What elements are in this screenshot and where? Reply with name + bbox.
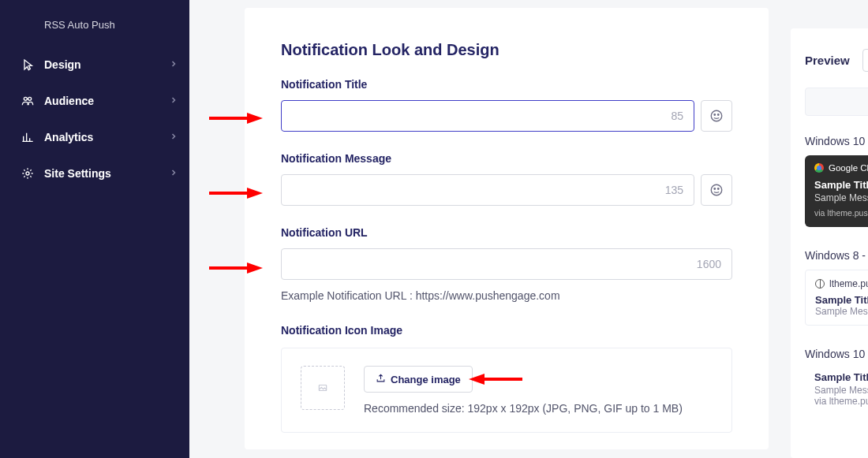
url-char-count: 1600 bbox=[697, 258, 721, 270]
globe-icon bbox=[815, 279, 825, 289]
sidebar-item-analytics[interactable]: Analytics bbox=[0, 119, 189, 155]
url-label: Notification URL bbox=[281, 226, 732, 239]
preview-sample-title: Sample Title bbox=[815, 294, 868, 306]
annotation-arrow bbox=[209, 113, 263, 124]
chrome-icon bbox=[814, 163, 824, 173]
icon-image-section: Change image Recommended size: 192px x 1… bbox=[281, 348, 732, 433]
sidebar-item-label: Design bbox=[44, 58, 169, 71]
preview-sample-title: Sample Title bbox=[814, 179, 868, 191]
preview-sample-message: Sample Messag bbox=[814, 192, 868, 203]
title-char-count: 85 bbox=[671, 110, 683, 122]
emoji-picker-button[interactable] bbox=[701, 100, 732, 132]
preview-via-text: via ltheme.pusheng bbox=[814, 396, 868, 407]
message-label: Notification Message bbox=[281, 152, 732, 165]
svg-point-3 bbox=[711, 110, 722, 121]
change-image-label: Change image bbox=[391, 374, 461, 385]
preview-sample-message: Sample Message bbox=[815, 306, 868, 317]
card-heading: Notification Look and Design bbox=[281, 41, 732, 59]
sidebar-item-label: Analytics bbox=[44, 131, 169, 143]
preview-win10-chrome-label: Windows 10 - Ch bbox=[805, 135, 868, 147]
svg-rect-9 bbox=[319, 385, 326, 391]
url-hint: Example Notification URL : https://www.p… bbox=[281, 289, 732, 302]
preview-filter-input[interactable] bbox=[805, 88, 868, 116]
sidebar-item-audience[interactable]: Audience bbox=[0, 83, 189, 119]
annotation-arrow bbox=[209, 263, 263, 274]
sidebar-item-label: Site Settings bbox=[44, 167, 169, 180]
sidebar-item-label: Audience bbox=[44, 95, 169, 107]
svg-point-1 bbox=[28, 97, 32, 100]
emoji-picker-button[interactable] bbox=[701, 174, 732, 206]
svg-point-7 bbox=[714, 188, 716, 190]
preview-title: Preview bbox=[805, 54, 850, 67]
preview-win10-firefox-label: Windows 10 - Fi bbox=[805, 348, 868, 360]
chevron-right-icon bbox=[169, 166, 178, 181]
notification-url-input[interactable] bbox=[281, 248, 732, 280]
svg-point-6 bbox=[711, 184, 722, 195]
preview-host-text: ltheme.push bbox=[829, 278, 868, 289]
svg-point-2 bbox=[26, 172, 29, 175]
chevron-right-icon bbox=[169, 58, 178, 72]
svg-point-5 bbox=[718, 114, 720, 116]
title-label: Notification Title bbox=[281, 78, 732, 91]
people-icon bbox=[21, 94, 35, 108]
chevron-right-icon bbox=[169, 94, 178, 108]
annotation-arrow bbox=[469, 374, 522, 385]
recommended-size-text: Recommended size: 192px x 192px (JPG, PN… bbox=[364, 402, 683, 415]
preview-win8-chrome-card: ltheme.push Sample Title Sample Message bbox=[805, 270, 868, 326]
sidebar-item-settings[interactable]: Site Settings bbox=[0, 155, 189, 192]
chevron-right-icon bbox=[169, 130, 178, 144]
sidebar-item-rss[interactable]: RSS Auto Push bbox=[0, 14, 189, 47]
preview-variant-a-button[interactable]: A bbox=[862, 49, 868, 72]
preview-panel: Preview A Windows 10 - Ch Google Chrom S… bbox=[791, 28, 868, 458]
main-area: Notification Look and Design Notificatio… bbox=[189, 0, 868, 458]
upload-icon bbox=[376, 373, 386, 385]
preview-via-text: via ltheme.pushengag bbox=[814, 208, 868, 218]
svg-point-4 bbox=[714, 114, 716, 116]
notification-message-input[interactable] bbox=[281, 174, 694, 206]
annotation-arrow bbox=[209, 188, 263, 199]
icon-image-label: Notification Icon Image bbox=[281, 324, 732, 337]
image-placeholder-icon bbox=[301, 366, 345, 410]
svg-point-8 bbox=[718, 188, 720, 190]
svg-point-0 bbox=[24, 97, 27, 100]
preview-win8-chrome-label: Windows 8 - Chr bbox=[805, 249, 868, 262]
cursor-icon bbox=[21, 58, 35, 72]
message-char-count: 135 bbox=[665, 184, 683, 196]
preview-sample-message: Sample Message bbox=[814, 385, 868, 396]
sidebar: RSS Auto Push Design Audience Analytics bbox=[0, 0, 189, 458]
change-image-button[interactable]: Change image bbox=[364, 366, 473, 393]
notification-title-input[interactable] bbox=[281, 100, 694, 132]
gear-icon bbox=[21, 166, 35, 181]
preview-sample-title: Sample Title bbox=[814, 371, 868, 383]
sidebar-item-design[interactable]: Design bbox=[0, 47, 189, 83]
preview-win10-firefox-card: Sample Title Sample Message via ltheme.p… bbox=[805, 368, 868, 413]
preview-browser-name: Google Chrom bbox=[829, 163, 868, 173]
chart-icon bbox=[21, 130, 35, 144]
preview-win10-chrome-card: Google Chrom Sample Title Sample Messag … bbox=[805, 155, 868, 227]
